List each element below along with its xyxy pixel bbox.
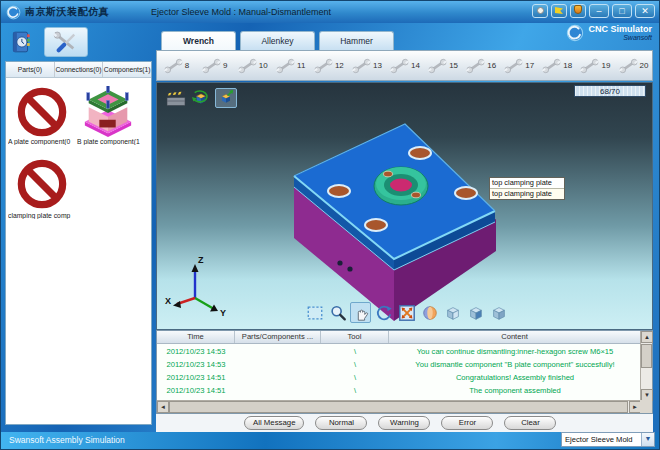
wrench-tool-9[interactable]: 9 bbox=[195, 51, 233, 80]
brand-name: CNC Simulator bbox=[588, 24, 652, 34]
scroll-up-icon[interactable]: ▲ bbox=[641, 331, 653, 343]
wrench-size-strip: 8 9 10 11 12 13 14 15 16 17 18 19 20 bbox=[156, 50, 653, 81]
tab-connections[interactable]: Connections(0) bbox=[55, 62, 104, 77]
window-title: Ejector Sleeve Mold : Manual-Dismantleme… bbox=[151, 7, 331, 17]
scrollbar-thumb[interactable] bbox=[641, 344, 652, 368]
log-time: 2012/10/23 14:51 bbox=[157, 384, 235, 397]
wrench-icon bbox=[351, 58, 372, 74]
wrench-tool-12[interactable]: 12 bbox=[309, 51, 347, 80]
fit-view-icon[interactable] bbox=[396, 302, 417, 323]
log-row[interactable]: 2012/10/23 14:53 \ You dismantle compone… bbox=[157, 358, 641, 371]
log-time: 2012/10/23 14:53 bbox=[157, 345, 235, 358]
wrench-tool-11[interactable]: 11 bbox=[271, 51, 309, 80]
column-header-parts[interactable]: Parts/Components ... bbox=[235, 331, 321, 343]
wrench-tool-19[interactable]: 19 bbox=[576, 51, 614, 80]
shield-icon[interactable] bbox=[570, 4, 586, 18]
tab-components[interactable]: Components(1) bbox=[103, 62, 151, 77]
rotate-view-icon[interactable] bbox=[373, 302, 394, 323]
chevron-down-icon[interactable]: ▼ bbox=[641, 433, 654, 446]
wrench-icon bbox=[503, 58, 524, 74]
section-view-icon[interactable] bbox=[488, 302, 509, 323]
log-content: You dismantle component "B plate compone… bbox=[389, 358, 641, 371]
prohibited-icon[interactable] bbox=[17, 87, 67, 137]
animation-icon[interactable] bbox=[165, 88, 187, 108]
scrollbar-corner bbox=[640, 400, 652, 413]
wrench-size-label: 20 bbox=[640, 61, 649, 70]
titlebar: 南京斯沃装配仿真 Ejector Sleeve Mold : Manual-Di… bbox=[1, 1, 659, 23]
status-bar: Swansoft Assembly Simulation Ejector Sle… bbox=[1, 432, 660, 449]
shaded-view-icon[interactable] bbox=[419, 302, 440, 323]
project-selector-value: Ejector Sleeve Mold bbox=[562, 435, 641, 444]
wrench-icon bbox=[237, 58, 258, 74]
wrench-tool-15[interactable]: 15 bbox=[424, 51, 462, 80]
parts-library-button[interactable] bbox=[5, 27, 37, 57]
tooltip-line: top clamping plate bbox=[490, 178, 564, 189]
vertical-scrollbar[interactable]: ▲ ▼ bbox=[640, 331, 652, 401]
axis-y-label: Y bbox=[220, 308, 226, 318]
close-button[interactable]: ✕ bbox=[635, 4, 655, 18]
clear-button[interactable]: Clear bbox=[504, 416, 556, 430]
solid-view-icon[interactable] bbox=[465, 302, 486, 323]
wrench-tool-8[interactable]: 8 bbox=[157, 51, 195, 80]
wrench-tool-14[interactable]: 14 bbox=[385, 51, 423, 80]
assemble-mode-icon[interactable] bbox=[190, 88, 212, 108]
column-header-content[interactable]: Content bbox=[389, 331, 641, 343]
tool-tabs: Wrench Allenkey Hammer bbox=[161, 31, 394, 51]
tab-wrench[interactable]: Wrench bbox=[161, 31, 236, 51]
message-filter-bar: All Message Normal Warning Error Clear bbox=[156, 414, 653, 432]
wrench-tool-10[interactable]: 10 bbox=[233, 51, 271, 80]
tab-allenkey[interactable]: Allenkey bbox=[240, 31, 315, 50]
axis-z-label: Z bbox=[198, 255, 204, 265]
brand-swirl-icon bbox=[566, 24, 584, 42]
message-flag-icon[interactable] bbox=[551, 4, 567, 18]
all-message-button[interactable]: All Message bbox=[244, 416, 304, 430]
tab-parts[interactable]: Parts(0) bbox=[6, 62, 55, 77]
wrench-tool-17[interactable]: 17 bbox=[500, 51, 538, 80]
hint-icon[interactable] bbox=[532, 4, 548, 18]
column-header-tool[interactable]: Tool bbox=[321, 331, 389, 343]
wrench-tool-20[interactable]: 20 bbox=[614, 51, 652, 80]
dismantle-mode-icon[interactable] bbox=[215, 88, 237, 108]
wrench-tool-16[interactable]: 16 bbox=[462, 51, 500, 80]
scroll-left-icon[interactable]: ◄ bbox=[157, 401, 169, 413]
iso-view-icon[interactable] bbox=[442, 302, 463, 323]
pan-hand-icon[interactable] bbox=[350, 302, 371, 323]
horizontal-scrollbar[interactable]: ◄ ► bbox=[157, 400, 641, 413]
tools-button[interactable] bbox=[44, 27, 88, 57]
app-title: 南京斯沃装配仿真 bbox=[25, 5, 109, 19]
log-row[interactable]: 2012/10/23 14:53 \ You can continue dism… bbox=[157, 345, 641, 358]
wrench-icon bbox=[465, 58, 486, 74]
project-selector[interactable]: Ejector Sleeve Mold ▼ bbox=[561, 432, 655, 447]
column-header-time[interactable]: Time bbox=[157, 331, 235, 343]
log-row[interactable]: 2012/10/23 14:51 \ The component assembl… bbox=[157, 384, 641, 397]
log-tool: \ bbox=[321, 371, 389, 384]
tab-hammer[interactable]: Hammer bbox=[319, 31, 394, 50]
prohibited-icon[interactable] bbox=[17, 159, 67, 209]
axes-triad bbox=[173, 264, 218, 312]
wrench-size-label: 13 bbox=[373, 61, 382, 70]
log-content: Congratulations! Assembly finished bbox=[389, 371, 641, 384]
wrench-tool-13[interactable]: 13 bbox=[347, 51, 385, 80]
wrench-icon bbox=[275, 58, 296, 74]
mold-component-thumbnail[interactable] bbox=[76, 86, 140, 140]
log-tool: \ bbox=[321, 358, 389, 371]
log-parts bbox=[235, 345, 321, 358]
normal-button[interactable]: Normal bbox=[315, 416, 367, 430]
maximize-button[interactable]: □ bbox=[612, 4, 632, 18]
marquee-select-icon[interactable] bbox=[304, 302, 325, 323]
minimize-button[interactable]: – bbox=[589, 4, 609, 18]
axis-x-label: X bbox=[165, 296, 171, 306]
error-button[interactable]: Error bbox=[441, 416, 493, 430]
log-row[interactable]: 2012/10/23 14:51 \ Congratulations! Asse… bbox=[157, 371, 641, 384]
zoom-icon[interactable] bbox=[327, 302, 348, 323]
wrench-tool-18[interactable]: 18 bbox=[538, 51, 576, 80]
wrench-icon bbox=[579, 58, 600, 74]
warning-button[interactable]: Warning bbox=[378, 416, 430, 430]
wrench-icon bbox=[163, 58, 184, 74]
components-panel: Parts(0) Connections(0) Components(1) A … bbox=[5, 61, 152, 425]
window-controls: – □ ✕ bbox=[532, 4, 655, 18]
3d-viewport[interactable]: Z Y X 68/70 top clamping plate top clamp… bbox=[156, 82, 653, 330]
wrench-size-label: 17 bbox=[525, 61, 534, 70]
scrollbar-thumb[interactable] bbox=[169, 401, 628, 413]
message-log: Time Parts/Components ... Tool Content 2… bbox=[156, 330, 653, 414]
